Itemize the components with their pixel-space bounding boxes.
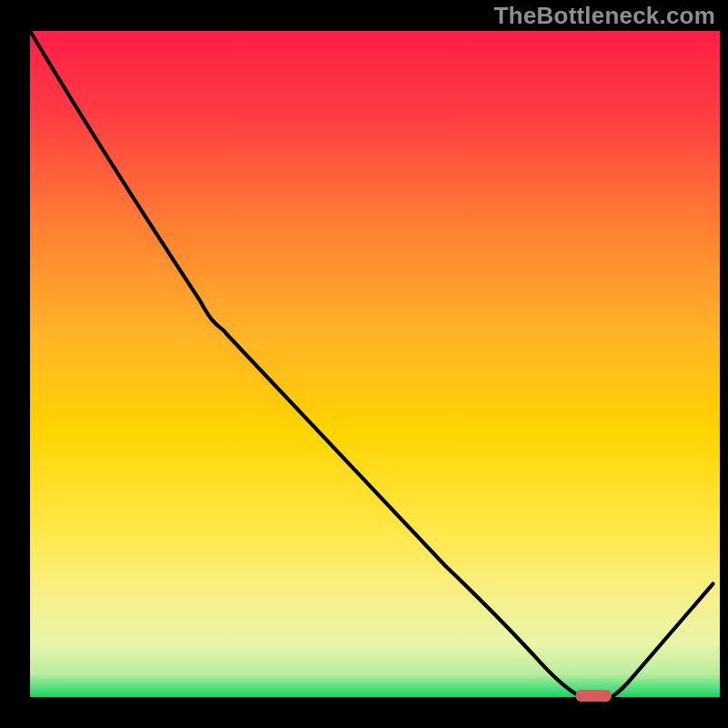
plot-gradient-bg	[30, 31, 720, 697]
chart-root: { "watermark": "TheBottleneck.com", "cha…	[0, 0, 728, 728]
y-axis-bar	[0, 0, 30, 728]
x-axis-bar	[0, 697, 728, 728]
optimal-range-marker	[576, 690, 612, 702]
watermark-text: TheBottleneck.com	[494, 2, 715, 30]
chart-svg	[0, 0, 728, 728]
right-edge-bar	[720, 0, 728, 728]
